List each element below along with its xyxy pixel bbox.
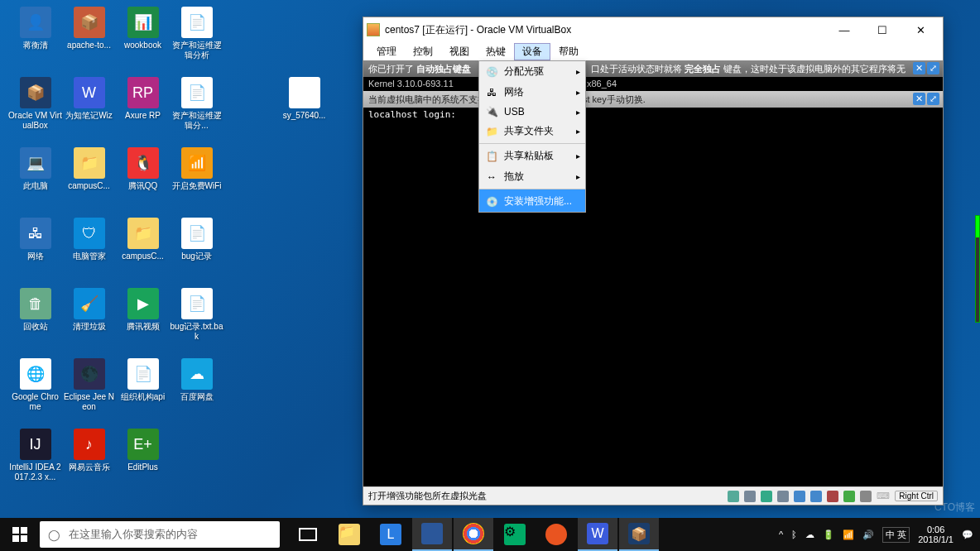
titlebar[interactable]: centos7 [正在运行] - Oracle VM VirtualBox — … [363, 17, 943, 42]
dropdown-item[interactable]: 🔌USB▸ [479, 103, 585, 121]
taskbar-app-ubuntu[interactable] [536, 518, 576, 551]
shared-folder-icon [794, 491, 805, 502]
svg-rect-0 [12, 527, 19, 534]
taskbar-app-chrome[interactable] [454, 518, 493, 551]
desktop-icon[interactable]: IJIntelliJ IDEA 2017.2.3 x... [8, 426, 62, 496]
menu-item[interactable]: 管理 [368, 43, 405, 60]
taskbar-app-virtualbox[interactable]: 📦 [619, 518, 659, 551]
menu-item-icon: 🔌 [484, 106, 499, 117]
clock[interactable]: 0:06 2018/1/1 [918, 525, 954, 544]
desktop-icon[interactable]: W为知笔记Wiz [62, 74, 116, 145]
desktop-icon[interactable]: 🐧腾讯QQ [116, 145, 170, 215]
menu-item[interactable]: 设备 [514, 43, 550, 60]
desktop-icon[interactable]: 📊wookbook [116, 4, 170, 74]
virtualbox-window: centos7 [正在运行] - Oracle VM VirtualBox — … [363, 17, 944, 505]
maximize-button[interactable]: ☐ [863, 17, 901, 42]
start-button[interactable] [0, 518, 40, 551]
desktop-icon[interactable]: 🌑Eclipse Jee Neon [62, 356, 116, 426]
desktop-icon[interactable]: ☁百度网盘 [170, 356, 223, 426]
network-icon [761, 491, 772, 502]
system-tray[interactable]: ^ ᛒ ☁ 🔋 📶 🔊 中 英 0:06 2018/1/1 💬 [779, 525, 980, 544]
desktop-icon[interactable]: 🗑回收站 [8, 285, 62, 356]
cortana-icon: ◯ [48, 529, 60, 541]
dropdown-item[interactable]: 📁共享文件夹▸ [479, 121, 585, 141]
cpu-icon [843, 491, 855, 502]
desktop-icon[interactable]: 📄资产和运维逻辑分析 [170, 4, 223, 74]
desktop-icon[interactable]: 🖧网络 [8, 215, 62, 285]
statusbar: 打开增强功能包所在虚拟光盘 ⌨ Right Ctrl [363, 486, 943, 505]
virtualbox-icon [367, 23, 380, 36]
desktop-icon[interactable]: 📄资产和运维逻辑分... [170, 74, 223, 145]
desktop-icon[interactable]: E+EditPlus [116, 426, 170, 496]
desktop-icon[interactable]: 📄bug记录.txt.bak [170, 285, 223, 356]
action-center-icon[interactable]: 💬 [962, 529, 973, 540]
svg-rect-3 [21, 535, 27, 542]
recording-icon [827, 491, 838, 502]
desktop-icon[interactable]: ♪网易云音乐 [62, 426, 116, 496]
taskbar-app-word[interactable] [412, 518, 452, 551]
display-icon [810, 491, 822, 502]
tray-bluetooth-icon[interactable]: ᛒ [791, 529, 797, 539]
search-placeholder: 在这里输入你要搜索的内容 [69, 527, 198, 542]
menu-item[interactable]: 视图 [441, 43, 478, 60]
taskbar-app-settings[interactable]: ⚙ [495, 518, 535, 551]
tray-wifi-icon[interactable]: 📶 [843, 529, 854, 540]
menu-item[interactable]: 热键 [478, 43, 514, 60]
desktop-icon[interactable]: 📦Oracle VM VirtualBox [8, 74, 62, 145]
taskbar-app-explorer[interactable]: 📁 [329, 518, 369, 551]
desktop-icon[interactable]: 🌐Google Chrome [8, 356, 62, 426]
dropdown-item[interactable]: 💿分配光驱▸ [479, 61, 585, 82]
notify-expand-icon[interactable]: ⤢ [927, 62, 939, 74]
svg-rect-2 [12, 535, 19, 542]
tray-chevron-icon[interactable]: ^ [779, 529, 783, 539]
dropdown-item[interactable]: ↔拖放▸ [479, 166, 585, 187]
desktop-icon[interactable]: ▶腾讯视频 [116, 285, 170, 356]
tray-battery-icon[interactable]: 🔋 [823, 529, 834, 540]
desktop-icon[interactable]: 📄bug记录 [170, 215, 223, 285]
menu-item-icon: 📋 [484, 151, 499, 162]
dropdown-item[interactable]: 🖧网络▸ [479, 82, 585, 103]
close-button[interactable]: ✕ [901, 17, 939, 42]
desktop-icon[interactable]: 📁campusC... [116, 215, 170, 285]
dropdown-item[interactable]: 💿安装增强功能... [479, 189, 585, 212]
menu-item[interactable]: 帮助 [550, 43, 587, 60]
taskbar-app-lark[interactable]: L [371, 518, 411, 551]
activity-indicator [975, 215, 980, 323]
taskbar[interactable]: ◯ 在这里输入你要搜索的内容 📁 L ⚙ W 📦 ^ ᛒ ☁ 🔋 📶 🔊 中 英… [0, 518, 980, 551]
menubar[interactable]: 管理控制视图热键设备帮助 [363, 42, 943, 60]
status-text: 打开增强功能包所在虚拟光盘 [368, 490, 487, 502]
notify-dismiss-icon[interactable]: ✕ [913, 62, 925, 74]
search-box[interactable]: ◯ 在这里输入你要搜索的内容 [40, 521, 280, 548]
devices-dropdown[interactable]: 💿分配光驱▸🖧网络▸🔌USB▸📁共享文件夹▸📋共享粘贴板▸↔拖放▸💿安装增强功能… [478, 60, 586, 213]
desktop-icon[interactable]: 📁campusC... [62, 145, 116, 215]
windows-icon [12, 527, 27, 542]
notification-bar-1: 你已打开了 自动独占键盘 口处于活动状态时就将 完全独占 键盘，这时处于该虚拟电… [363, 60, 943, 77]
desktop-icon[interactable]: 📄组织机构api [116, 356, 170, 426]
tray-volume-icon[interactable]: 🔊 [862, 529, 874, 540]
usb-icon [777, 491, 789, 502]
minimize-button[interactable]: — [825, 17, 863, 42]
notify-expand-icon[interactable]: ⤢ [927, 93, 939, 105]
svg-rect-1 [21, 527, 27, 534]
tray-onedrive-icon[interactable]: ☁ [805, 529, 814, 540]
menu-item-icon: 💿 [484, 66, 499, 78]
hdd-icon [728, 491, 739, 502]
desktop-icon[interactable]: 🛡电脑管家 [62, 215, 116, 285]
login-prompt: localhost login: [363, 108, 943, 122]
taskbar-app-wps[interactable]: W [578, 518, 617, 551]
desktop-icon[interactable]: RPAxure RP [116, 74, 170, 145]
desktop-icon[interactable]: 🧹清理垃圾 [62, 285, 116, 356]
menu-item[interactable]: 控制 [405, 43, 441, 60]
task-view-button[interactable] [288, 518, 328, 551]
desktop-icon[interactable]: 📶开启免费WiFi [170, 145, 223, 215]
desktop-icon[interactable]: 👤蒋衡清 [8, 4, 62, 74]
desktop-icon[interactable]: 💻此电脑 [8, 145, 62, 215]
notify-dismiss-icon[interactable]: ✕ [913, 93, 925, 105]
ime-indicator[interactable]: 中 英 [882, 527, 910, 543]
kernel-line: Kernel 3.10.0-693.11x86_64 [363, 77, 943, 91]
window-title: centos7 [正在运行] - Oracle VM VirtualBox [385, 23, 825, 37]
guest-display[interactable]: 你已打开了 自动独占键盘 口处于活动状态时就将 完全独占 键盘，这时处于该虚拟电… [363, 60, 943, 486]
dropdown-item[interactable]: 📋共享粘贴板▸ [479, 143, 585, 166]
desktop-icon[interactable]: 📦apache-to... [62, 4, 116, 74]
desktop-icon[interactable]: 🖼sy_57640... [277, 74, 331, 145]
